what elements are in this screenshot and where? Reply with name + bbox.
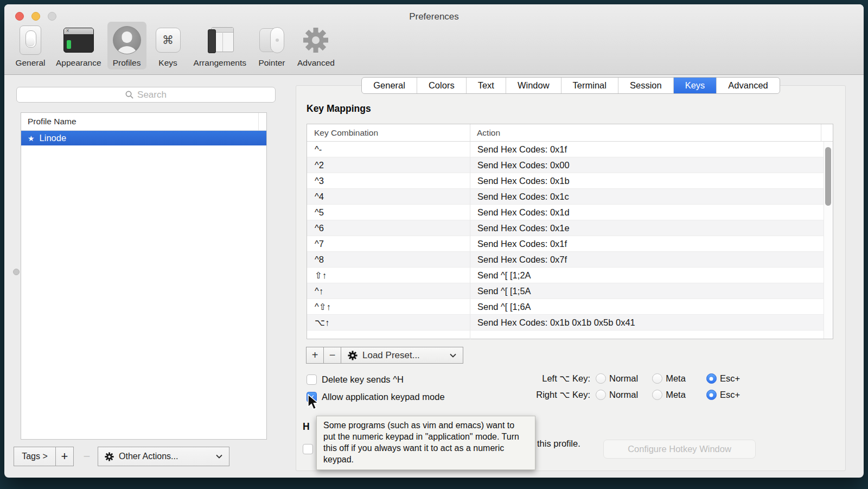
keypad-mode-tooltip: Some programs (such as vim and emacs) wa… <box>316 416 535 470</box>
pointer-icon <box>257 26 286 54</box>
toolbar-item-arrangements[interactable]: Arrangements <box>190 22 250 69</box>
toolbar-item-appearance[interactable]: Appearance <box>52 22 105 69</box>
remove-profile-button[interactable]: − <box>79 447 94 466</box>
toolbar-item-profiles[interactable]: Profiles <box>107 22 146 69</box>
table-row[interactable]: ^⇧↑Send ^[ [1;6A <box>307 299 833 315</box>
table-row[interactable]: ⌥↑Send Hex Codes: 0x1b 0x1b 0x5b 0x41 <box>307 315 833 331</box>
delete-key-checkbox[interactable] <box>307 374 317 385</box>
radio-label: Esc+ <box>720 373 740 384</box>
radio-label: Meta <box>666 373 686 384</box>
right-option-normal-radio[interactable] <box>596 390 606 400</box>
profile-list: Profile Name ★ Linode <box>21 112 267 440</box>
search-placeholder: Search <box>137 90 167 100</box>
tab-keys[interactable]: Keys <box>674 78 717 93</box>
left-option-meta-radio[interactable] <box>652 373 662 384</box>
tab-text[interactable]: Text <box>467 78 506 93</box>
toolbar-item-advanced[interactable]: Advanced <box>293 22 339 69</box>
toolbar-label: Appearance <box>56 58 101 68</box>
action-cell: Send Hex Codes: 0x1e <box>470 223 570 233</box>
action-cell: Send ^[ [1;2A <box>470 270 531 281</box>
tab-general[interactable]: General <box>362 78 417 93</box>
toolbar-item-general[interactable]: General <box>11 22 50 69</box>
action-cell: Send Hex Codes: 0x1d <box>470 207 570 218</box>
action-cell: Send Hex Codes: 0x1f <box>470 144 567 155</box>
action-cell: Send ^[ [1;5A <box>470 286 531 296</box>
toolbar-item-pointer[interactable]: Pointer <box>252 22 291 69</box>
key-cell: ^↑ <box>307 286 470 296</box>
hotkey-checkbox[interactable] <box>303 444 313 454</box>
general-icon <box>20 26 41 55</box>
toolbar-label: Keys <box>158 58 177 68</box>
toolbar-label: General <box>15 58 45 68</box>
table-row[interactable]: ⇧↑Send ^[ [1;2A <box>307 268 833 283</box>
cursor-arrow-icon <box>307 394 321 411</box>
chevron-down-icon <box>450 353 456 358</box>
table-row[interactable]: ^4Send Hex Codes: 0x1c <box>307 189 833 205</box>
action-cell: Send Hex Codes: 0x1c <box>470 192 569 202</box>
window-title: Preferences <box>4 11 864 22</box>
action-cell: Send Hex Codes: 0x00 <box>470 160 570 170</box>
preferences-toolbar: General Appearance Profiles ⌘ Keys Arran… <box>11 22 339 69</box>
table-row[interactable]: ^2Send Hex Codes: 0x00 <box>307 157 833 173</box>
profile-name: Linode <box>40 133 67 143</box>
left-option-esc-radio[interactable] <box>706 373 717 384</box>
table-row[interactable]: ^↑Send ^[ [1;5A <box>307 283 833 299</box>
profile-list-header[interactable]: Profile Name <box>21 113 266 131</box>
delete-key-label: Delete key sends ^H <box>322 374 404 385</box>
radio-label: Normal <box>609 390 638 400</box>
action-cell: Send ^[ [1;6A <box>470 302 531 312</box>
remove-mapping-button[interactable]: − <box>323 347 341 364</box>
scrollbar-thumb[interactable] <box>825 147 831 206</box>
chevron-down-icon <box>216 454 222 459</box>
key-cell: ^3 <box>307 176 470 186</box>
table-row[interactable]: ^-Send Hex Codes: 0x1f <box>307 142 833 157</box>
key-mappings-heading: Key Mappings <box>307 103 371 115</box>
right-option-key-label: Right ⌥ Key: <box>493 390 590 400</box>
toolbar-item-keys[interactable]: ⌘ Keys <box>149 22 188 69</box>
hotkey-description-fragment: this profile. <box>537 439 580 449</box>
gear-icon <box>348 351 358 360</box>
radio-label: Meta <box>666 390 686 400</box>
table-body: ^-Send Hex Codes: 0x1f ^2Send Hex Codes:… <box>307 142 833 339</box>
add-profile-button[interactable]: + <box>55 447 74 466</box>
toolbar-label: Arrangements <box>194 58 246 68</box>
key-cell: ^7 <box>307 239 470 249</box>
hotkey-heading-fragment: H <box>303 421 310 433</box>
right-option-meta-radio[interactable] <box>652 390 662 400</box>
splitter-handle[interactable] <box>13 269 20 275</box>
search-input[interactable]: Search <box>16 87 276 103</box>
column-action[interactable]: Action <box>470 128 500 138</box>
tab-window[interactable]: Window <box>506 78 561 93</box>
key-cell: ^5 <box>307 207 470 218</box>
key-cell: ^4 <box>307 192 470 202</box>
keys-icon: ⌘ <box>156 28 181 53</box>
other-actions-menu[interactable]: Other Actions... <box>98 447 229 466</box>
table-row[interactable]: ^5Send Hex Codes: 0x1d <box>307 205 833 220</box>
tab-terminal[interactable]: Terminal <box>561 78 618 93</box>
tab-advanced[interactable]: Advanced <box>717 78 779 93</box>
star-icon: ★ <box>28 134 35 143</box>
table-row[interactable]: ^3Send Hex Codes: 0x1b <box>307 173 833 189</box>
load-preset-dropdown[interactable]: Load Preset... <box>341 347 463 364</box>
column-key-combination[interactable]: Key Combination <box>307 128 470 138</box>
table-row[interactable]: ^6Send Hex Codes: 0x1e <box>307 220 833 236</box>
configure-hotkey-window-button[interactable]: Configure Hotkey Window <box>603 440 756 459</box>
key-cell: ^2 <box>307 160 470 170</box>
tags-button[interactable]: Tags > <box>14 447 56 466</box>
key-cell: ^- <box>307 144 470 155</box>
tab-session[interactable]: Session <box>618 78 674 93</box>
table-row[interactable]: ^8Send Hex Codes: 0x7f <box>307 252 833 268</box>
profile-row-linode[interactable]: ★ Linode <box>21 131 266 145</box>
profiles-icon <box>113 26 141 54</box>
add-mapping-button[interactable]: + <box>306 347 324 364</box>
right-option-esc-radio[interactable] <box>706 390 717 400</box>
titlebar: Preferences General Appearance Profiles … <box>4 4 864 75</box>
table-row[interactable]: ^7Send Hex Codes: 0x1f <box>307 236 833 252</box>
tab-colors[interactable]: Colors <box>417 78 467 93</box>
advanced-gear-icon <box>300 24 331 56</box>
key-cell: ⌥↑ <box>307 317 470 328</box>
load-preset-label: Load Preset... <box>362 350 420 361</box>
other-actions-label: Other Actions... <box>119 452 178 461</box>
left-option-normal-radio[interactable] <box>596 373 606 384</box>
table-scrollbar[interactable] <box>824 142 833 339</box>
